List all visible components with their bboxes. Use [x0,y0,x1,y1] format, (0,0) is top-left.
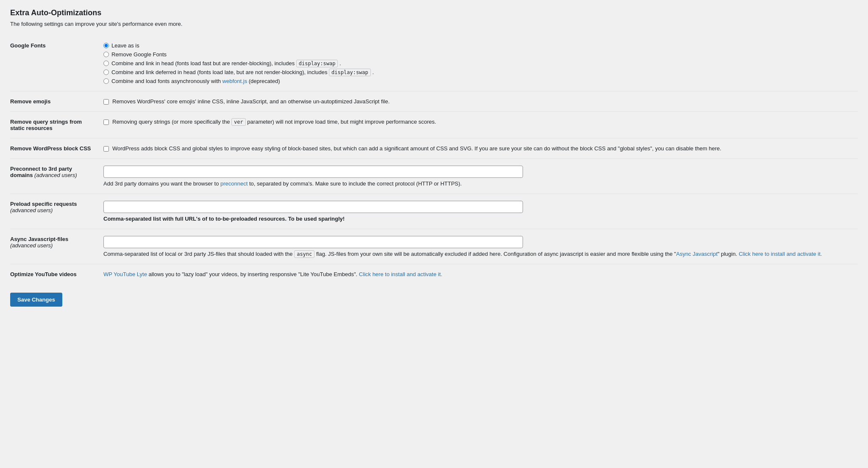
remove-block-css-checkbox[interactable] [103,146,109,152]
async-js-label-note: (advanced users) [10,242,53,249]
async-js-row: Async Javascript-files (advanced users) … [10,229,858,264]
remove-emojis-row: Remove emojis Removes WordPress' core em… [10,91,858,112]
remove-emojis-description[interactable]: Removes WordPress' core emojis' inline C… [112,98,389,105]
display-swap-code-1: display:swap [296,60,338,67]
radio-async-load: Combine and load fonts asynchronously wi… [103,78,854,84]
page-title: Extra Auto-Optimizations [10,8,858,17]
radio-remove-google-fonts-label[interactable]: Remove Google Fonts [111,51,167,58]
preload-description: Comma-separated list with full URL's of … [103,216,854,222]
preload-description-text: Comma-separated list with full URL's of … [103,216,345,222]
radio-combine-deferred-input[interactable] [103,69,109,75]
google-fonts-row: Google Fonts Leave as is Remove Google F… [10,36,858,91]
google-fonts-label: Google Fonts [10,36,99,91]
google-fonts-radio-group: Leave as is Remove Google Fonts Combine … [103,42,854,84]
radio-leave-as-is: Leave as is [103,42,854,49]
preconnect-content: Add 3rd party domains you want the brows… [99,159,858,194]
google-fonts-content: Leave as is Remove Google Fonts Combine … [99,36,858,91]
display-swap-code-2: display:swap [329,69,371,76]
remove-query-strings-checkbox[interactable] [103,119,109,125]
youtube-description: WP YouTube Lyte allows you to "lazy load… [103,271,854,277]
youtube-install-link[interactable]: Click here to install and activate it. [359,271,442,277]
radio-remove-google-fonts: Remove Google Fonts [103,51,854,58]
radio-combine-link-head: Combine and link in head (fonts load fas… [103,60,854,66]
remove-emojis-checkbox-row: Removes WordPress' core emojis' inline C… [103,98,854,105]
radio-combine-link-head-input[interactable] [103,61,109,66]
preload-input[interactable] [103,201,523,213]
remove-emojis-checkbox[interactable] [103,99,109,105]
preconnect-link[interactable]: preconnect [220,180,248,187]
radio-async-load-input[interactable] [103,78,109,84]
youtube-content: WP YouTube Lyte allows you to "lazy load… [99,264,858,285]
async-js-input[interactable] [103,236,523,248]
remove-block-css-label: Remove WordPress block CSS [10,138,99,159]
preconnect-label: Preconnect to 3rd party domains (advance… [10,159,99,194]
remove-query-strings-label: Remove query strings from static resourc… [10,112,99,138]
preload-label: Preload specific requests (advanced user… [10,194,99,229]
preload-row: Preload specific requests (advanced user… [10,194,858,229]
remove-query-strings-row: Remove query strings from static resourc… [10,112,858,138]
remove-query-strings-description[interactable]: Removing query strings (or more specific… [112,119,436,125]
preconnect-label-note: (advanced users) [34,172,77,178]
async-js-label: Async Javascript-files (advanced users) [10,229,99,264]
preconnect-input[interactable] [103,166,523,178]
radio-leave-as-is-input[interactable] [103,43,109,48]
settings-table: Google Fonts Leave as is Remove Google F… [10,36,858,284]
youtube-label: Optimize YouTube videos [10,264,99,285]
async-javascript-install-link[interactable]: Click here to install and activate it. [739,251,822,257]
preconnect-row: Preconnect to 3rd party domains (advance… [10,159,858,194]
preload-label-note: (advanced users) [10,207,53,213]
radio-combine-link-head-label[interactable]: Combine and link in head (fonts load fas… [111,60,341,66]
webfont-js-link[interactable]: webfont.js [223,78,248,84]
wp-youtube-lyte-link[interactable]: WP YouTube Lyte [103,271,147,277]
remove-emojis-label: Remove emojis [10,91,99,112]
ver-code: ver [231,118,246,126]
page-description: The following settings can improve your … [10,21,858,27]
radio-combine-deferred: Combine and link deferred in head (fonts… [103,69,854,75]
preconnect-description: Add 3rd party domains you want the brows… [103,180,854,187]
async-javascript-plugin-link[interactable]: Async Javascript [676,251,718,257]
preload-content: Comma-separated list with full URL's of … [99,194,858,229]
save-changes-button[interactable]: Save Changes [10,293,62,307]
async-js-description: Comma-separated list of local or 3rd par… [103,251,854,257]
radio-async-load-label[interactable]: Combine and load fonts asynchronously wi… [111,78,280,84]
remove-block-css-description[interactable]: WordPress adds block CSS and global styl… [112,145,721,152]
remove-block-css-content: WordPress adds block CSS and global styl… [99,138,858,159]
async-js-content: Comma-separated list of local or 3rd par… [99,229,858,264]
remove-block-css-checkbox-row: WordPress adds block CSS and global styl… [103,145,854,152]
remove-query-strings-content: Removing query strings (or more specific… [99,112,858,138]
remove-emojis-content: Removes WordPress' core emojis' inline C… [99,91,858,112]
youtube-row: Optimize YouTube videos WP YouTube Lyte … [10,264,858,285]
radio-combine-deferred-label[interactable]: Combine and link deferred in head (fonts… [111,69,374,75]
radio-remove-google-fonts-input[interactable] [103,52,109,57]
remove-query-strings-checkbox-row: Removing query strings (or more specific… [103,119,854,125]
remove-block-css-row: Remove WordPress block CSS WordPress add… [10,138,858,159]
async-code: async [294,250,314,258]
radio-leave-as-is-label[interactable]: Leave as is [111,42,139,49]
